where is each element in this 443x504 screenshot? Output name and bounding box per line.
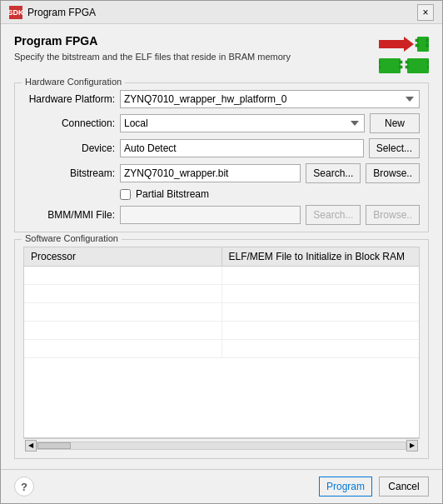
svg-rect-4 [426, 39, 429, 42]
software-config-section: Software Configuration Processor ELF/MEM… [14, 239, 429, 459]
title-bar-left: SDK Program FPGA [9, 6, 96, 19]
platform-label: Hardware Platform: [23, 93, 115, 105]
table-row [24, 267, 419, 285]
col-elf-header: ELF/MEM File to Initialize in Block RAM [222, 247, 420, 266]
table-row [24, 285, 419, 303]
fpga-icon-bottom [379, 57, 429, 75]
scroll-track[interactable] [37, 442, 406, 450]
bitstream-row: Bitstream: Search... Browse.. [23, 163, 420, 183]
sw-table: Processor ELF/MEM File to Initialize in … [23, 247, 420, 438]
title-bar: SDK Program FPGA × [1, 1, 442, 24]
bitstream-browse-button[interactable]: Browse.. [366, 163, 420, 183]
bmm-input[interactable] [120, 206, 301, 224]
hw-section-label: Hardware Configuration [22, 77, 125, 87]
svg-rect-3 [416, 44, 418, 47]
cancel-button[interactable]: Cancel [379, 477, 429, 497]
svg-rect-14 [428, 61, 429, 63]
scroll-left-arrow[interactable]: ◀ [25, 440, 37, 452]
table-row [24, 303, 419, 322]
sw-section-label: Software Configuration [22, 233, 122, 243]
connection-select[interactable]: Local [120, 114, 365, 132]
device-input[interactable] [120, 139, 364, 157]
device-label: Device: [23, 142, 115, 154]
scroll-thumb[interactable] [37, 442, 71, 449]
svg-rect-12 [406, 61, 408, 63]
svg-rect-5 [426, 44, 429, 47]
dialog-title: Program FPGA [14, 34, 379, 47]
svg-rect-10 [400, 66, 402, 68]
device-row: Device: Select... [23, 138, 420, 158]
fpga-icon-top [379, 35, 429, 53]
connection-row: Connection: Local New [23, 113, 420, 133]
table-header: Processor ELF/MEM File to Initialize in … [24, 247, 419, 267]
col-processor-header: Processor [24, 247, 222, 266]
dialog-header: Program FPGA Specify the bitstream and t… [14, 34, 429, 76]
partial-bitstream-checkbox[interactable] [120, 189, 131, 200]
bitstream-label: Bitstream: [23, 167, 115, 179]
header-text: Program FPGA Specify the bitstream and t… [14, 34, 379, 63]
dialog-body: Program FPGA Specify the bitstream and t… [1, 24, 442, 469]
table-row [24, 322, 419, 340]
hardware-config-section: Hardware Configuration Hardware Platform… [14, 82, 429, 232]
platform-row: Hardware Platform: ZYNQ7010_wrapper_hw_p… [23, 90, 420, 108]
table-body [24, 267, 419, 437]
svg-rect-11 [407, 58, 429, 73]
horizontal-scrollbar[interactable]: ◀ ▶ [23, 438, 420, 452]
partial-bitstream-row: Partial Bitstream [120, 188, 420, 200]
dialog-subtitle: Specify the bitstream and the ELF files … [14, 51, 379, 63]
bmm-browse-button[interactable]: Browse.. [366, 205, 420, 225]
svg-rect-2 [416, 39, 418, 42]
svg-rect-15 [428, 66, 429, 68]
program-fpga-dialog: SDK Program FPGA × Program FPGA Specify … [0, 0, 443, 504]
svg-rect-6 [379, 58, 401, 73]
svg-marker-0 [379, 37, 414, 52]
fpga-icon [379, 34, 429, 76]
bitstream-input[interactable] [120, 164, 301, 182]
scroll-right-arrow[interactable]: ▶ [406, 440, 418, 452]
sdk-icon: SDK [9, 6, 22, 19]
svg-rect-7 [379, 61, 380, 63]
svg-rect-8 [379, 66, 380, 68]
bmm-search-button[interactable]: Search... [306, 205, 361, 225]
svg-rect-9 [400, 61, 402, 63]
select-button[interactable]: Select... [369, 138, 420, 158]
new-button[interactable]: New [370, 113, 420, 133]
bitstream-search-button[interactable]: Search... [306, 163, 361, 183]
help-button[interactable]: ? [14, 477, 34, 497]
platform-select[interactable]: ZYNQ7010_wrapper_hw_platform_0 [120, 90, 420, 108]
title-bar-text: Program FPGA [27, 7, 96, 18]
bmm-label: BMM/MMI File: [23, 209, 115, 221]
bmm-row: BMM/MMI File: Search... Browse.. [23, 205, 420, 225]
dialog-footer: ? Program Cancel [1, 469, 442, 503]
close-button[interactable]: × [417, 4, 434, 21]
table-row [24, 340, 419, 358]
partial-bitstream-label: Partial Bitstream [136, 188, 209, 200]
program-button[interactable]: Program [319, 477, 372, 497]
svg-rect-13 [406, 66, 408, 68]
connection-label: Connection: [23, 117, 115, 129]
footer-buttons: Program Cancel [319, 477, 429, 497]
